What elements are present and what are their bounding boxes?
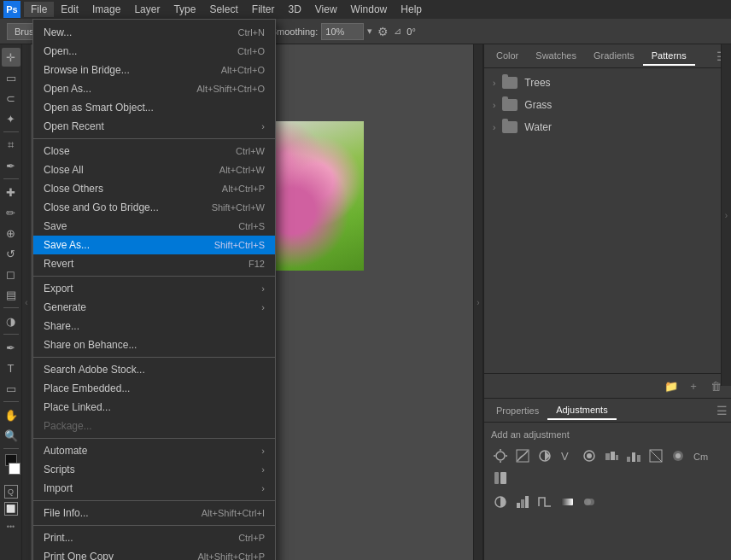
menu-print-one-copy-shortcut: Alt+Shift+Ctrl+P — [197, 551, 265, 560]
menu-search-stock-label: Search Adobe Stock... — [44, 364, 145, 376]
menu-close-others-label: Close Others — [44, 183, 103, 195]
menu-automate-label: Automate — [44, 445, 87, 457]
menu-open-recent[interactable]: Open Recent › — [33, 117, 275, 136]
menu-automate[interactable]: Automate › — [33, 441, 275, 460]
menu-new-shortcut: Ctrl+N — [238, 27, 265, 38]
open-recent-arrow: › — [261, 121, 265, 131]
menu-place-embedded[interactable]: Place Embedded... — [33, 379, 275, 398]
file-menu: New... Ctrl+N Open... Ctrl+O Browse in B… — [32, 19, 276, 560]
menu-import-label: Import — [44, 482, 73, 494]
menu-open-smart-label: Open as Smart Object... — [44, 102, 154, 114]
menu-search-stock[interactable]: Search Adobe Stock... — [33, 360, 275, 379]
menu-divider-5 — [33, 500, 275, 501]
menu-share-label: Share... — [44, 320, 79, 332]
menu-divider-6 — [33, 525, 275, 526]
dropdown-overlay: New... Ctrl+N Open... Ctrl+O Browse in B… — [0, 0, 731, 560]
menu-browse-bridge-shortcut: Alt+Ctrl+O — [221, 65, 265, 75]
menu-print-one-copy-label: Print One Copy — [44, 551, 114, 560]
menu-save-as-label: Save As... — [44, 239, 90, 251]
menu-close-all-label: Close All — [44, 164, 84, 176]
menu-new-label: New... — [44, 26, 72, 38]
menu-generate[interactable]: Generate › — [33, 298, 275, 317]
menu-share-behance-label: Share on Behance... — [44, 339, 137, 351]
menu-share[interactable]: Share... — [33, 317, 275, 335]
menu-open[interactable]: Open... Ctrl+O — [33, 42, 275, 61]
menu-save[interactable]: Save Ctrl+S — [33, 217, 275, 236]
menu-place-linked[interactable]: Place Linked... — [33, 398, 275, 417]
menu-close-go-bridge-shortcut: Shift+Ctrl+W — [212, 202, 265, 213]
menu-open-as[interactable]: Open As... Alt+Shift+Ctrl+O — [33, 79, 275, 98]
menu-package[interactable]: Package... — [33, 417, 275, 435]
menu-import[interactable]: Import › — [33, 479, 275, 498]
menu-divider-1 — [33, 138, 275, 139]
export-arrow: › — [261, 283, 265, 294]
menu-print-label: Print... — [44, 532, 73, 544]
automate-arrow: › — [261, 446, 265, 456]
menu-scripts[interactable]: Scripts › — [33, 460, 275, 479]
menu-revert-label: Revert — [44, 258, 73, 270]
generate-arrow: › — [261, 302, 265, 312]
menu-divider-2 — [33, 276, 275, 277]
menu-place-embedded-label: Place Embedded... — [44, 382, 130, 394]
import-arrow: › — [261, 483, 265, 493]
menu-save-label: Save — [44, 220, 67, 232]
menu-close-others[interactable]: Close Others Alt+Ctrl+P — [33, 179, 275, 198]
menu-close-all[interactable]: Close All Alt+Ctrl+W — [33, 160, 275, 179]
menu-generate-label: Generate — [44, 301, 86, 313]
menu-export[interactable]: Export › — [33, 279, 275, 298]
menu-revert[interactable]: Revert F12 — [33, 254, 275, 273]
menu-file-info[interactable]: File Info... Alt+Shift+Ctrl+I — [33, 504, 275, 522]
menu-package-label: Package... — [44, 420, 92, 432]
menu-close-label: Close — [44, 145, 70, 157]
menu-divider-4 — [33, 438, 275, 439]
menu-save-as-shortcut: Shift+Ctrl+S — [214, 240, 265, 250]
menu-place-linked-label: Place Linked... — [44, 401, 111, 413]
menu-open-smart[interactable]: Open as Smart Object... — [33, 98, 275, 117]
menu-share-behance[interactable]: Share on Behance... — [33, 335, 275, 354]
menu-close-others-shortcut: Alt+Ctrl+P — [222, 184, 265, 194]
menu-close-go-bridge-label: Close and Go to Bridge... — [44, 201, 159, 213]
menu-browse-bridge-label: Browse in Bridge... — [44, 64, 130, 76]
menu-open-label: Open... — [44, 45, 77, 57]
menu-divider-3 — [33, 357, 275, 358]
menu-revert-shortcut: F12 — [249, 259, 265, 269]
menu-close-go-bridge[interactable]: Close and Go to Bridge... Shift+Ctrl+W — [33, 198, 275, 217]
menu-close-shortcut: Ctrl+W — [236, 146, 265, 156]
menu-close-all-shortcut: Alt+Ctrl+W — [219, 165, 265, 175]
menu-export-label: Export — [44, 283, 73, 295]
menu-print-one-copy[interactable]: Print One Copy Alt+Shift+Ctrl+P — [33, 547, 275, 560]
menu-open-recent-label: Open Recent — [44, 120, 104, 132]
menu-browse-bridge[interactable]: Browse in Bridge... Alt+Ctrl+O — [33, 61, 275, 79]
menu-print[interactable]: Print... Ctrl+P — [33, 528, 275, 547]
menu-open-shortcut: Ctrl+O — [237, 46, 265, 56]
menu-file-info-label: File Info... — [44, 507, 89, 519]
menu-open-as-shortcut: Alt+Shift+Ctrl+O — [196, 84, 265, 94]
menu-file-info-shortcut: Alt+Shift+Ctrl+I — [202, 508, 265, 518]
menu-scripts-label: Scripts — [44, 464, 75, 475]
menu-save-as[interactable]: Save As... Shift+Ctrl+S — [33, 236, 275, 254]
menu-print-shortcut: Ctrl+P — [238, 533, 265, 543]
menu-new[interactable]: New... Ctrl+N — [33, 23, 275, 42]
menu-save-shortcut: Ctrl+S — [238, 221, 265, 231]
menu-open-as-label: Open As... — [44, 83, 91, 95]
menu-close[interactable]: Close Ctrl+W — [33, 142, 275, 160]
scripts-arrow: › — [261, 464, 265, 475]
